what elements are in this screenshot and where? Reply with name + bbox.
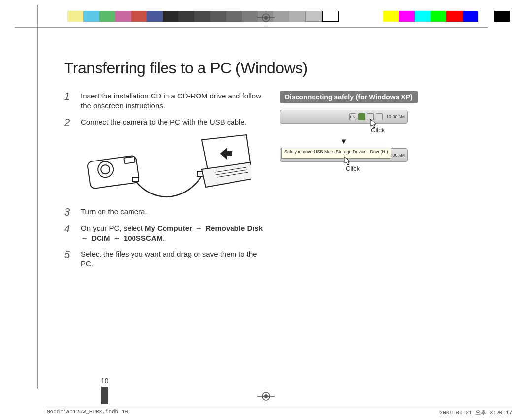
step-text: Turn on the camera. — [81, 207, 147, 217]
svg-rect-9 — [132, 177, 139, 182]
step-number: 3 — [64, 207, 75, 218]
disconnect-column: Disconnecting safely (for Windows XP) EN… — [280, 91, 502, 275]
path-segment: Removable Disk — [205, 224, 263, 232]
section-header: Disconnecting safely (for Windows XP) — [280, 91, 418, 103]
path-segment: 100SSCAM — [124, 234, 163, 242]
windows-taskbar: EN 10:00 AM — [280, 110, 408, 124]
swatch — [147, 11, 163, 22]
step-number: 4 — [64, 224, 75, 234]
print-footer: Mondrian125W_EUR3.indb 10 2009-09-21 오후 … — [47, 406, 512, 416]
arrow-icon: → — [192, 224, 205, 232]
tray-usb-icon — [358, 113, 365, 120]
taskbar-row-1: EN 10:00 AM — [280, 110, 502, 124]
page-title: Transferring files to a PC (Windows) — [64, 59, 502, 77]
step-number: 1 — [64, 91, 75, 102]
cursor-icon — [370, 119, 378, 129]
step-5: 5 Select the files you want and drag or … — [64, 249, 266, 269]
swatch — [383, 11, 399, 22]
swatch — [99, 11, 115, 22]
cursor-icon — [344, 156, 352, 166]
swatch — [226, 11, 242, 22]
swatch — [446, 11, 462, 22]
click-label: Click — [346, 165, 502, 172]
step-4: 4 On your PC, select My Computer → Remov… — [64, 224, 266, 244]
step-1: 1 Insert the installation CD in a CD-ROM… — [64, 91, 266, 111]
step-text: Connect the camera to the PC with the US… — [81, 117, 247, 127]
swatch — [289, 11, 305, 22]
swatch — [322, 11, 339, 22]
svg-rect-7 — [124, 156, 135, 163]
taskbar-row-2: Safely remove USB Mass Storage Device - … — [280, 148, 502, 162]
page-content: Transferring files to a PC (Windows) 1 I… — [64, 59, 502, 389]
step-text: Insert the installation CD in a CD-ROM d… — [81, 91, 266, 111]
step-2: 2 Connect the camera to the PC with the … — [64, 117, 266, 128]
step-3: 3 Turn on the camera. — [64, 207, 266, 218]
swatch — [178, 11, 194, 22]
arrow-icon: → — [110, 234, 124, 242]
swatch — [415, 11, 431, 22]
swatch — [305, 11, 322, 22]
swatch — [478, 11, 494, 22]
tray-lang-icon: EN — [349, 113, 356, 120]
swatch — [463, 11, 478, 22]
page-number-block: 10 — [101, 377, 109, 404]
crop-line-h — [15, 27, 488, 28]
step-number: 5 — [64, 249, 75, 260]
swatch — [131, 11, 147, 22]
strip-gap — [339, 11, 383, 22]
path-segment: My Computer — [145, 224, 192, 232]
swatch — [494, 11, 510, 22]
steps-column: 1 Insert the installation CD in a CD-ROM… — [64, 91, 266, 275]
page-number-bar — [101, 387, 108, 404]
step-text: On your PC, select My Computer → Removab… — [81, 224, 266, 244]
tray-clock: 10:00 AM — [386, 114, 405, 119]
footer-date: 2009-09-21 오후 3:20:17 — [440, 409, 512, 416]
swatch — [273, 11, 289, 22]
step-number: 2 — [64, 117, 75, 128]
step-4-prefix: On your PC, select — [81, 224, 145, 232]
path-segment: DCIM — [91, 234, 110, 242]
step-text: Select the files you want and drag or sa… — [81, 249, 266, 269]
click-label: Click — [371, 127, 502, 134]
registration-mark-icon — [257, 9, 275, 27]
swatch — [194, 11, 210, 22]
safely-remove-tooltip: Safely remove USB Mass Storage Device - … — [281, 148, 391, 159]
swatch — [163, 11, 178, 22]
swatch — [242, 11, 258, 22]
swatch — [83, 11, 99, 22]
swatch — [399, 11, 415, 22]
swatch — [67, 11, 83, 22]
swatch — [115, 11, 131, 22]
crop-line-v — [37, 5, 38, 389]
registration-mark-icon — [257, 387, 275, 405]
page-number: 10 — [101, 377, 109, 385]
camera-laptop-illustration — [79, 134, 251, 198]
swatch — [52, 11, 67, 22]
swatch — [431, 11, 446, 22]
swatch — [210, 11, 226, 22]
two-column-layout: 1 Insert the installation CD in a CD-ROM… — [64, 91, 502, 275]
print-color-strip — [52, 11, 510, 22]
footer-file: Mondrian125W_EUR3.indb 10 — [47, 409, 128, 416]
down-arrow-icon: ▼ — [280, 137, 408, 145]
